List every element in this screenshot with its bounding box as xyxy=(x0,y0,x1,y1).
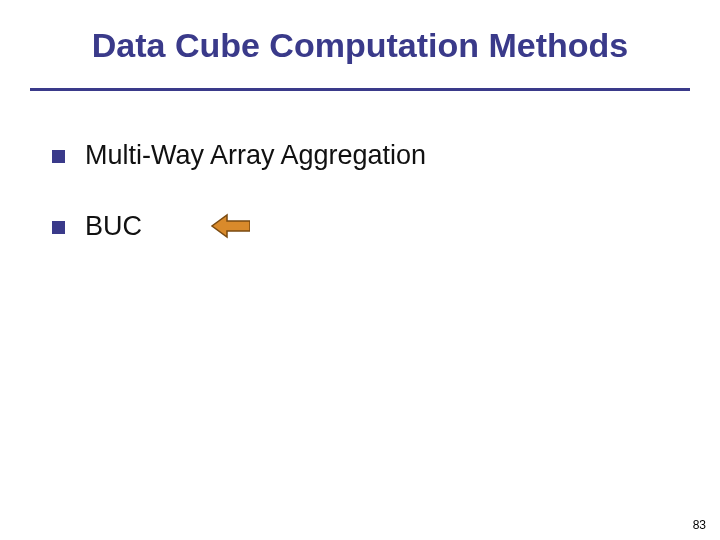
svg-marker-0 xyxy=(212,215,250,237)
list-item: Multi-Way Array Aggregation xyxy=(52,140,652,171)
title-divider xyxy=(30,88,690,91)
slide-title: Data Cube Computation Methods xyxy=(0,26,720,65)
bullet-text: Multi-Way Array Aggregation xyxy=(85,140,426,171)
bullet-list: Multi-Way Array Aggregation BUC xyxy=(52,140,652,282)
slide: Data Cube Computation Methods Multi-Way … xyxy=(0,0,720,540)
square-bullet-icon xyxy=(52,150,65,163)
list-item: BUC xyxy=(52,211,652,242)
square-bullet-icon xyxy=(52,221,65,234)
page-number: 83 xyxy=(693,518,706,532)
bullet-text: BUC xyxy=(85,211,142,242)
arrow-left-icon xyxy=(210,213,250,239)
